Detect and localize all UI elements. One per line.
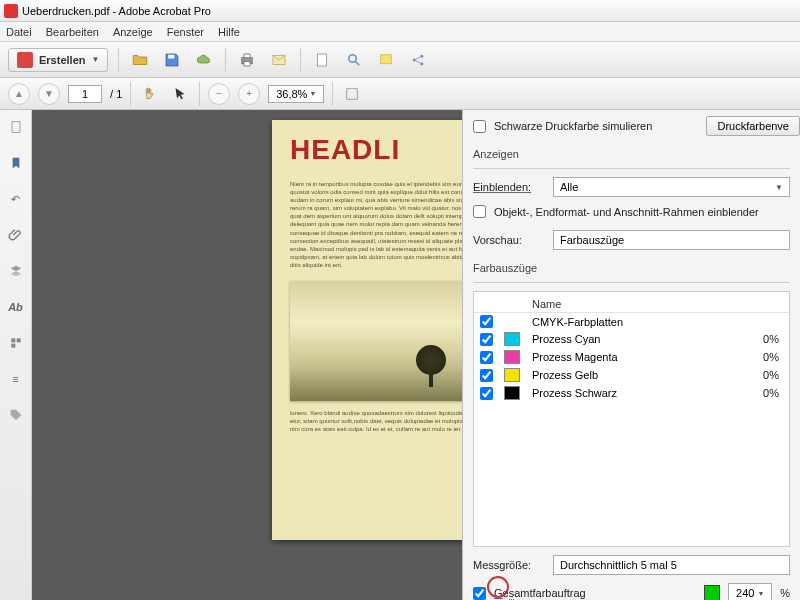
gesamt-label: GesGesamtfarbauftragamtfarbauftrag	[494, 587, 586, 599]
anzeigen-group: Anzeigen	[473, 148, 800, 160]
frames-checkbox[interactable]	[473, 205, 486, 218]
coverage-value-input[interactable]: 240 ▼	[728, 583, 772, 600]
einblenden-select[interactable]: Alle ▼	[553, 177, 790, 197]
document-view[interactable]: HEADLI Nient ra in temporibus molupta cu…	[32, 110, 462, 600]
gesamt-checkbox[interactable]	[473, 587, 486, 600]
cloud-icon[interactable]	[193, 49, 215, 71]
table-row[interactable]: Prozess Gelb 0%	[474, 366, 789, 384]
ink-coverage-button[interactable]: Druckfarbenve	[706, 116, 800, 136]
einblenden-label: Einblenden:	[473, 181, 545, 193]
page-up-icon[interactable]: ▲	[8, 83, 30, 105]
vorschau-input[interactable]: Farbauszüge	[553, 230, 790, 250]
create-label: Erstellen	[39, 54, 85, 66]
menu-datei[interactable]: Datei	[6, 26, 32, 38]
menu-bearbeiten[interactable]: Bearbeiten	[46, 26, 99, 38]
share-icon[interactable]	[407, 49, 429, 71]
app-icon	[4, 4, 18, 18]
messgroesse-value: Durchschnittlich 5 mal 5	[560, 559, 677, 571]
swatch-icon	[504, 386, 520, 400]
toolbar-main: Erstellen ▼	[0, 42, 800, 78]
bookmark-icon[interactable]	[7, 154, 25, 172]
frames-label: Objekt-, Endformat- und Anschnitt-Rahmen…	[494, 206, 759, 218]
simulate-black-label: Schwarze Druckfarbe simulieren	[494, 120, 652, 132]
mail-icon[interactable]	[268, 49, 290, 71]
search-icon[interactable]	[343, 49, 365, 71]
percent-label: %	[780, 587, 790, 599]
menu-anzeige[interactable]: Anzeige	[113, 26, 153, 38]
separator	[332, 82, 333, 106]
svg-point-9	[421, 54, 424, 57]
fit-tool-icon[interactable]	[341, 83, 363, 105]
signature-icon[interactable]: Ab	[7, 298, 25, 316]
row-name: Prozess Schwarz	[532, 387, 739, 399]
svg-rect-5	[318, 54, 327, 66]
content-area: ↶ Ab ≡ HEADLI Nient ra in temporibus mol…	[0, 110, 800, 600]
messgroesse-label: Messgröße:	[473, 559, 545, 571]
table-row[interactable]: CMYK-Farbplatten	[474, 313, 789, 330]
svg-rect-3	[244, 61, 250, 66]
save-icon[interactable]	[161, 49, 183, 71]
row-pct: 0%	[739, 387, 783, 399]
svg-rect-13	[11, 338, 15, 342]
farbauszuge-group: Farbauszüge	[473, 262, 800, 274]
menu-hilfe[interactable]: Hilfe	[218, 26, 240, 38]
separator	[225, 48, 226, 72]
color-swatch-icon[interactable]	[704, 585, 720, 600]
svg-rect-15	[11, 344, 15, 348]
doc-caption: lonero. Xero blandi audise quosadaestrum…	[290, 409, 462, 433]
swatch-icon	[504, 368, 520, 382]
page-total-label: / 1	[110, 88, 122, 100]
row-name: CMYK-Farbplatten	[532, 316, 739, 328]
row-pct: 0%	[739, 333, 783, 345]
page-number-input[interactable]	[68, 85, 102, 103]
row-checkbox[interactable]	[480, 333, 493, 346]
svg-rect-12	[12, 122, 20, 133]
undo-icon[interactable]: ↶	[7, 190, 25, 208]
messgroesse-input[interactable]: Durchschnittlich 5 mal 5	[553, 555, 790, 575]
doc-headline: HEADLI	[290, 134, 462, 166]
row-pct: 0%	[739, 369, 783, 381]
row-checkbox[interactable]	[480, 351, 493, 364]
create-button[interactable]: Erstellen ▼	[8, 48, 108, 72]
row-checkbox[interactable]	[480, 369, 493, 382]
svg-rect-11	[347, 88, 358, 99]
menu-fenster[interactable]: Fenster	[167, 26, 204, 38]
note-icon[interactable]	[375, 49, 397, 71]
open-icon[interactable]	[129, 49, 151, 71]
output-preview-panel: Schwarze Druckfarbe simulieren Druckfarb…	[462, 110, 800, 600]
table-row[interactable]: Prozess Cyan 0%	[474, 330, 789, 348]
zoom-value: 36,8%	[276, 88, 307, 100]
page-icon[interactable]	[311, 49, 333, 71]
svg-point-10	[421, 62, 424, 65]
svg-point-6	[349, 54, 357, 62]
tags-icon[interactable]	[7, 334, 25, 352]
window-title: Ueberdrucken.pdf - Adobe Acrobat Pro	[22, 5, 211, 17]
chevron-down-icon: ▼	[309, 90, 316, 97]
table-row[interactable]: Prozess Magenta 0%	[474, 348, 789, 366]
thumbnails-icon[interactable]	[7, 118, 25, 136]
zoom-field[interactable]: 36,8%▼	[268, 85, 324, 103]
print-icon[interactable]	[236, 49, 258, 71]
row-name: Prozess Gelb	[532, 369, 739, 381]
zoom-in-icon[interactable]: +	[238, 83, 260, 105]
tag-icon[interactable]	[7, 406, 25, 424]
order-icon[interactable]: ≡	[7, 370, 25, 388]
layers-icon[interactable]	[7, 262, 25, 280]
vorschau-label: Vorschau:	[473, 234, 545, 246]
row-checkbox[interactable]	[480, 315, 493, 328]
zoom-out-icon[interactable]: −	[208, 83, 230, 105]
select-tool-icon[interactable]	[169, 83, 191, 105]
attachment-icon[interactable]	[7, 226, 25, 244]
simulate-black-checkbox[interactable]	[473, 120, 486, 133]
create-pdf-icon	[17, 52, 33, 68]
svg-rect-2	[244, 54, 250, 58]
table-row[interactable]: Prozess Schwarz 0%	[474, 384, 789, 402]
page-down-icon[interactable]: ▼	[38, 83, 60, 105]
sidebar: ↶ Ab ≡	[0, 110, 32, 600]
row-name: Prozess Magenta	[532, 351, 739, 363]
hand-tool-icon[interactable]	[139, 83, 161, 105]
row-checkbox[interactable]	[480, 387, 493, 400]
swatch-icon	[504, 332, 520, 346]
separator	[199, 82, 200, 106]
vorschau-value: Farbauszüge	[560, 234, 624, 246]
